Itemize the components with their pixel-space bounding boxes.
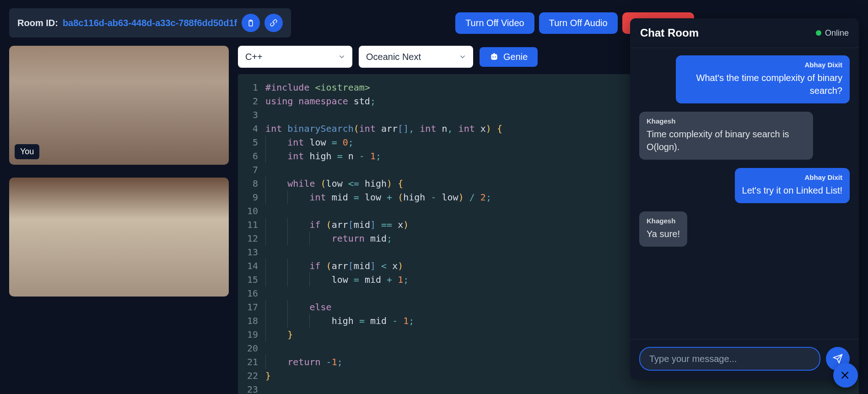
video-feed-peer xyxy=(9,178,229,297)
close-icon xyxy=(840,370,851,381)
line-number-gutter: 1234567891011121314151617181920212223 xyxy=(238,74,265,394)
line-number: 6 xyxy=(247,149,258,163)
chat-message: Abhay DixitWhat's the time complexity of… xyxy=(676,55,850,103)
video-tile-peer[interactable] xyxy=(9,178,229,297)
theme-select-value: Oceanic Next xyxy=(366,52,421,62)
chat-message-text: Let's try it on Linked List! xyxy=(742,184,842,197)
line-number: 16 xyxy=(247,286,258,300)
clipboard-icon xyxy=(247,19,255,27)
room-id-label: Room ID: xyxy=(17,18,58,28)
line-number: 12 xyxy=(247,232,258,245)
line-number: 3 xyxy=(247,108,258,122)
line-number: 19 xyxy=(247,328,258,341)
line-number: 1 xyxy=(247,81,258,94)
line-number: 7 xyxy=(247,163,258,177)
line-number: 22 xyxy=(247,369,258,383)
chat-status-label: Online xyxy=(825,28,849,38)
line-number: 23 xyxy=(247,383,258,394)
video-feed-self xyxy=(9,46,229,165)
chat-status: Online xyxy=(816,28,849,38)
chat-input-row xyxy=(630,339,859,380)
chat-header: Chat Room Online xyxy=(630,18,859,48)
link-icon xyxy=(270,19,278,27)
chat-message-text: Time complexity of binary search is O(lo… xyxy=(647,128,806,153)
robot-icon xyxy=(490,52,499,61)
video-badge-self: You xyxy=(15,144,39,159)
send-icon xyxy=(833,354,843,364)
theme-select[interactable]: Oceanic Next xyxy=(359,46,473,68)
chat-title: Chat Room xyxy=(640,27,699,39)
chevron-down-icon xyxy=(338,53,346,61)
status-dot-icon xyxy=(816,30,821,36)
line-number: 21 xyxy=(247,355,258,369)
line-number: 11 xyxy=(247,218,258,232)
close-chat-button[interactable] xyxy=(833,363,858,388)
language-select[interactable]: C++ xyxy=(238,46,352,68)
genie-button-label: Genie xyxy=(503,52,528,62)
room-id-box: Room ID: ba8c116d-ab63-448d-a33c-788f6dd… xyxy=(9,8,291,38)
chat-messages[interactable]: Abhay DixitWhat's the time complexity of… xyxy=(630,48,859,339)
line-number: 20 xyxy=(247,341,258,355)
line-number: 10 xyxy=(247,204,258,218)
line-number: 8 xyxy=(247,177,258,190)
toggle-video-button[interactable]: Turn Off Video xyxy=(455,12,534,34)
video-tile-self[interactable]: You xyxy=(9,46,229,165)
code-line[interactable] xyxy=(265,383,859,394)
copy-link-button[interactable] xyxy=(264,14,283,32)
copy-room-id-button[interactable] xyxy=(242,14,260,32)
chat-message-sender: Khagesh xyxy=(647,216,680,226)
chat-message-text: What's the time complexity of binary sea… xyxy=(683,71,842,97)
chat-panel: Chat Room Online Abhay DixitWhat's the t… xyxy=(630,18,859,380)
chevron-down-icon xyxy=(458,53,467,61)
room-id-value: ba8c116d-ab63-448d-a33c-788f6dd50d1f xyxy=(63,18,237,28)
chat-message-sender: Abhay Dixit xyxy=(683,60,842,70)
line-number: 9 xyxy=(247,190,258,204)
line-number: 13 xyxy=(247,245,258,259)
line-number: 14 xyxy=(247,259,258,273)
line-number: 4 xyxy=(247,122,258,135)
chat-message-sender: Khagesh xyxy=(647,116,806,126)
line-number: 18 xyxy=(247,314,258,328)
chat-message-sender: Abhay Dixit xyxy=(742,173,842,182)
chat-message-text: Ya sure! xyxy=(647,227,680,240)
language-select-value: C++ xyxy=(245,52,263,62)
line-number: 17 xyxy=(247,300,258,314)
line-number: 2 xyxy=(247,94,258,108)
genie-button[interactable]: Genie xyxy=(480,47,538,67)
video-column: You xyxy=(9,46,229,394)
chat-message: KhageshTime complexity of binary search … xyxy=(639,112,813,160)
toggle-audio-button[interactable]: Turn Off Audio xyxy=(539,12,618,34)
line-number: 15 xyxy=(247,273,258,286)
line-number: 5 xyxy=(247,135,258,149)
chat-message: Abhay DixitLet's try it on Linked List! xyxy=(735,168,850,203)
chat-message: KhageshYa sure! xyxy=(639,211,687,247)
chat-input[interactable] xyxy=(639,347,820,371)
